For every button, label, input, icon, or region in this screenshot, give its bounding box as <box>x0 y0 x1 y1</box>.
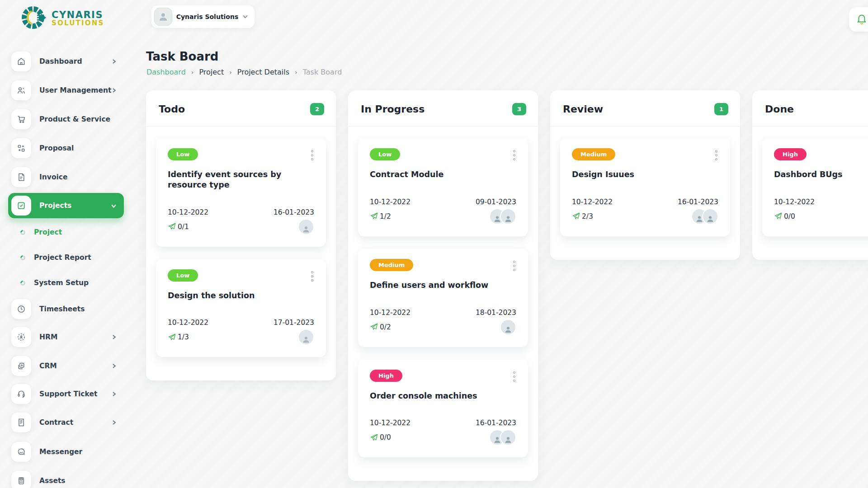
sidebar-item-support-ticket[interactable]: Support Ticket <box>0 380 136 408</box>
breadcrumb-separator: › <box>295 69 297 76</box>
task-end-date: 17-01-2023 <box>274 319 314 327</box>
sidebar-item-dashboard[interactable]: Dashboard <box>0 47 136 76</box>
priority-badge: High <box>370 370 402 382</box>
column-count-badge: 1 <box>714 103 728 115</box>
assignee-avatars[interactable] <box>298 329 314 345</box>
task-end-date: 16-01-2023 <box>274 208 314 216</box>
chevron-right-icon <box>111 391 117 397</box>
sidebar-item-invoice[interactable]: Invoice <box>0 163 136 192</box>
breadcrumb-project[interactable]: Project <box>199 68 224 76</box>
subtask-progress: 0/2 <box>370 323 391 331</box>
breadcrumb-dashboard[interactable]: Dashboard <box>146 68 186 76</box>
brand-logo[interactable]: CYNARIS SOLUTIONS <box>21 5 104 33</box>
sidebar-item-hrm[interactable]: HRM <box>0 323 136 352</box>
card-menu-button[interactable] <box>714 148 718 162</box>
chevron-down-icon <box>242 13 248 21</box>
card-menu-button[interactable] <box>512 148 516 162</box>
column-title: In Progress <box>361 103 425 115</box>
column-cards: Medium Design Isuues 10-12-2022 16-01-20… <box>550 127 740 260</box>
sidebar-item-label: Timesheets <box>39 305 85 313</box>
sidebar-item-timesheets[interactable]: Timesheets <box>0 296 136 323</box>
sidebar-item-product-service[interactable]: Product & Service <box>0 105 136 134</box>
home-icon <box>11 52 31 71</box>
task-start-date: 10-12-2022 <box>572 198 613 206</box>
task-card[interactable]: Low Identify event sources by resource t… <box>156 138 326 247</box>
task-start-date: 10-12-2022 <box>370 419 410 427</box>
sidebar-item-assets[interactable]: Assets <box>0 466 136 488</box>
chevron-right-icon <box>111 334 117 340</box>
users-icon <box>11 80 31 100</box>
chevron-right-icon <box>111 363 117 369</box>
sidebar-item-contract[interactable]: Contract <box>0 408 136 437</box>
column-in-progress: In Progress 3 Low Contract Module 10-12-… <box>348 90 538 481</box>
crm-icon <box>11 356 31 376</box>
task-card[interactable]: Low Design the solution 10-12-2022 17-01… <box>156 259 326 357</box>
sidebar-item-label: HRM <box>39 333 57 341</box>
proposal-icon <box>11 138 31 158</box>
task-card[interactable]: Medium Define users and workflow 10-12-2… <box>358 249 528 347</box>
assignee-avatars[interactable] <box>489 429 516 446</box>
task-start-date: 10-12-2022 <box>370 198 410 206</box>
notifications-button[interactable] <box>849 7 868 32</box>
chevron-right-icon <box>111 88 117 93</box>
page-title: Task Board <box>146 50 218 63</box>
sidebar-item-label: CRM <box>39 362 57 370</box>
task-card[interactable]: Medium Design Isuues 10-12-2022 16-01-20… <box>560 138 730 236</box>
clock-icon <box>11 299 31 319</box>
task-card[interactable]: High Order console machines 10-12-2022 1… <box>358 360 528 458</box>
subtask-progress: 0/0 <box>774 212 795 221</box>
send-icon <box>168 333 176 342</box>
brand-name-top: CYNARIS <box>52 10 104 20</box>
card-menu-button[interactable] <box>310 269 314 283</box>
priority-badge: Medium <box>370 259 413 271</box>
priority-badge: Medium <box>572 148 615 160</box>
task-title: Design the solution <box>168 291 314 301</box>
assignee-avatars[interactable] <box>489 208 516 225</box>
sidebar-item-label: Proposal <box>39 144 74 152</box>
assignee-avatars[interactable] <box>298 219 314 235</box>
task-title: Identify event sources by resource type <box>168 169 314 190</box>
task-end-date: 09-01-2023 <box>476 198 516 206</box>
chevron-down-icon <box>111 203 117 209</box>
card-menu-button[interactable] <box>512 259 516 273</box>
sidebar-item-crm[interactable]: CRM <box>0 352 136 380</box>
assignee-avatars[interactable] <box>691 208 718 225</box>
invoice-icon <box>11 167 31 187</box>
breadcrumb-project-details[interactable]: Project Details <box>237 68 289 76</box>
breadcrumb-separator: › <box>229 69 232 76</box>
send-icon <box>774 212 783 221</box>
column-review: Review 1 Medium Design Isuues 10-12-2022… <box>550 90 740 260</box>
sidebar-item-label: Dashboard <box>39 57 82 66</box>
sidebar-subitem-project[interactable]: Project <box>0 220 136 245</box>
sidebar-item-label: Contract <box>39 418 73 427</box>
task-card[interactable]: Low Contract Module 10-12-2022 09-01-202… <box>358 138 528 236</box>
sidebar-subitem-project-report[interactable]: Project Report <box>0 245 136 270</box>
send-icon <box>572 212 580 221</box>
company-selector[interactable]: Cynaris Solutions <box>151 5 255 28</box>
task-end-date: 16-01-2023 <box>476 419 516 427</box>
avatar <box>500 319 516 335</box>
chevron-right-icon <box>111 420 117 425</box>
subtask-progress: 0/1 <box>168 222 189 231</box>
task-card[interactable]: High Dashbord BUgs 10-12-2022 0/0 <box>762 138 868 236</box>
sidebar-item-label: Invoice <box>39 173 68 181</box>
sidebar-item-label: Assets <box>39 477 66 485</box>
avatar <box>298 329 314 345</box>
sidebar-subitem-label: Project Report <box>34 253 91 262</box>
priority-badge: Low <box>370 148 400 160</box>
sidebar-item-proposal[interactable]: Proposal <box>0 134 136 163</box>
avatar <box>702 208 718 225</box>
sidebar-item-projects[interactable]: Projects <box>0 192 136 220</box>
sidebar-item-messenger[interactable]: Messenger <box>0 437 136 466</box>
assignee-avatars[interactable] <box>500 319 516 335</box>
task-start-date: 10-12-2022 <box>168 319 208 327</box>
subtask-progress: 1/3 <box>168 333 189 342</box>
sidebar-item-user-management[interactable]: User Management <box>0 76 136 105</box>
task-end-date: 16-01-2023 <box>678 198 718 206</box>
chat-bubble-icon <box>11 442 31 462</box>
sidebar-subitem-system-setup[interactable]: System Setup <box>0 270 136 296</box>
card-menu-button[interactable] <box>512 370 516 384</box>
bell-icon <box>856 13 868 26</box>
column-title: Done <box>765 103 794 115</box>
card-menu-button[interactable] <box>310 148 314 162</box>
